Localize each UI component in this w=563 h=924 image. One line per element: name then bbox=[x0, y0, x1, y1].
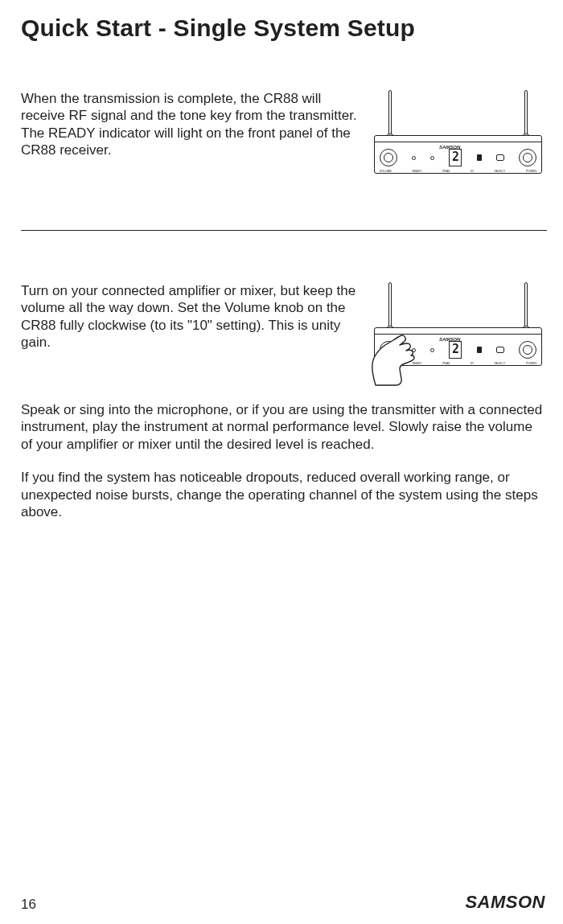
receiver-chassis: SAMSON 2 VOLUME READY PEAK IR bbox=[374, 135, 542, 174]
label-ir: IR bbox=[471, 362, 474, 365]
channel-display: 2 bbox=[449, 341, 462, 359]
label-peak: PEAK bbox=[442, 170, 450, 173]
ready-led-icon bbox=[412, 156, 416, 160]
antenna-right-icon bbox=[524, 90, 528, 138]
label-select: SELECT bbox=[494, 362, 505, 365]
receiver-diagram-1: SAMSON 2 VOLUME READY PEAK IR bbox=[369, 90, 547, 179]
section-divider bbox=[21, 230, 547, 231]
section-1: When the transmission is complete, the C… bbox=[21, 90, 547, 179]
page-number: 16 bbox=[21, 897, 36, 913]
paragraph-3: Speak or sing into the microphone, or if… bbox=[21, 401, 547, 453]
label-ir: IR bbox=[471, 170, 474, 173]
label-ready: READY bbox=[412, 170, 421, 173]
select-button-icon bbox=[496, 154, 504, 161]
ir-window-icon bbox=[477, 154, 482, 161]
antenna-left-icon bbox=[388, 90, 392, 138]
paragraph-4: If you find the system has noticeable dr… bbox=[21, 469, 547, 520]
footer-brand-logo: SAMSON bbox=[465, 892, 545, 913]
label-volume: VOLUME bbox=[380, 170, 392, 173]
label-peak: PEAK bbox=[442, 362, 450, 365]
receiver-diagram-2: SAMSON 2 VOLUME READY PEAK IR bbox=[369, 282, 547, 371]
volume-knob-icon bbox=[380, 149, 397, 166]
page-footer: 16 SAMSON bbox=[0, 892, 563, 913]
power-knob-icon bbox=[519, 149, 536, 166]
antenna-left-icon bbox=[388, 282, 392, 331]
channel-display: 2 bbox=[449, 149, 462, 166]
peak-led-icon bbox=[430, 348, 434, 352]
label-power: POWER bbox=[526, 170, 536, 173]
ir-window-icon bbox=[477, 347, 482, 353]
label-power: POWER bbox=[526, 362, 536, 365]
label-select: SELECT bbox=[494, 170, 505, 173]
section-2: Turn on your connected amplifier or mixe… bbox=[21, 282, 547, 371]
power-knob-icon bbox=[519, 341, 536, 359]
select-button-icon bbox=[496, 347, 504, 353]
peak-led-icon bbox=[430, 156, 434, 160]
hand-icon bbox=[368, 331, 430, 387]
section-2-text: Turn on your connected amplifier or mixe… bbox=[21, 282, 358, 351]
antenna-right-icon bbox=[524, 282, 528, 331]
section-1-text: When the transmission is complete, the C… bbox=[21, 90, 358, 159]
page-title: Quick Start - Single System Setup bbox=[21, 14, 547, 42]
